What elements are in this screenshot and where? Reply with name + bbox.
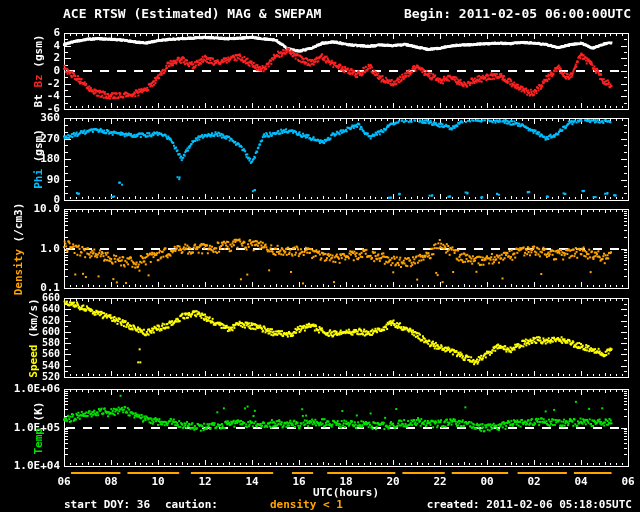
xtick-7-20: 20 [378,476,408,488]
ylabel-mag: Bt Bz (gsm) [32,35,45,108]
ytick-mag-4: 4 [0,40,60,52]
xtick-4-14: 14 [237,476,267,488]
ylabel-phi-part: Phi [32,169,45,189]
ytick-mag-2: 2 [0,52,60,64]
footer-caution-value: density < 1 [270,499,343,511]
ylabel-phi-part: (gsm) [32,129,45,169]
ace-rtsw-plot: ACE RTSW (Estimated) MAG & SWEPAM Begin:… [0,0,640,512]
ytick-temp-1.0E+05: 1.0E+05 [0,422,60,434]
xtick-5-16: 16 [284,476,314,488]
ylabel-speed-part: Speed [27,344,40,377]
xtick-1-08: 08 [96,476,126,488]
xtick-11-04: 04 [566,476,596,488]
plot-title: ACE RTSW (Estimated) MAG & SWEPAM [63,8,321,20]
ytick-density-1.0: 1.0 [0,243,60,255]
plot-canvas [0,0,640,512]
xtick-3-12: 12 [190,476,220,488]
ylabel-temp-part: Temp [32,428,45,455]
ylabel-density-part: Density [12,249,25,295]
footer-created-timestamp: created: 2011-02-06 05:18:05UTC [427,499,632,511]
footer-start-doy: start DOY: 36 [64,499,150,511]
ylabel-temp: Temp (K) [32,401,45,454]
ytick-temp-1.0E+04: 1.0E+04 [0,460,60,472]
ytick-mag-0: 0 [0,65,60,77]
ylabel-mag-part: Bt [32,88,45,108]
ylabel-density-part: (/cm3) [12,202,25,248]
xtick-10-02: 02 [519,476,549,488]
xtick-6-18: 18 [331,476,361,488]
xtick-8-22: 22 [425,476,455,488]
ytick-mag-6: 6 [0,27,60,39]
ylabel-speed-part: (km/s) [27,298,40,344]
ytick-phi-180: 180 [0,153,60,165]
ytick-temp-1.0E+06: 1.0E+06 [0,383,60,395]
xtick-2-10: 10 [143,476,173,488]
ytick-mag--2: -2 [0,78,60,90]
ylabel-phi: Phi (gsm) [32,129,45,189]
ytick-density-10.0: 10.0 [0,203,60,215]
xtick-0-06: 06 [49,476,79,488]
ytick-mag--4: -4 [0,90,60,102]
ytick-phi-90: 90 [0,174,60,186]
ylabel-mag-part: (gsm) [32,35,45,75]
ytick-phi-270: 270 [0,133,60,145]
ylabel-density: Density (/cm3) [12,202,25,295]
xtick-12-06: 06 [613,476,640,488]
xtick-9-00: 00 [472,476,502,488]
ylabel-mag-part: Bz [32,74,45,87]
footer-caution-label: caution: [165,499,218,511]
ytick-phi-360: 360 [0,112,60,124]
ylabel-speed: Speed (km/s) [27,298,40,377]
begin-timestamp: Begin: 2011-02-05 06:00:00UTC [404,8,631,20]
ylabel-temp-part: (K) [32,401,45,428]
